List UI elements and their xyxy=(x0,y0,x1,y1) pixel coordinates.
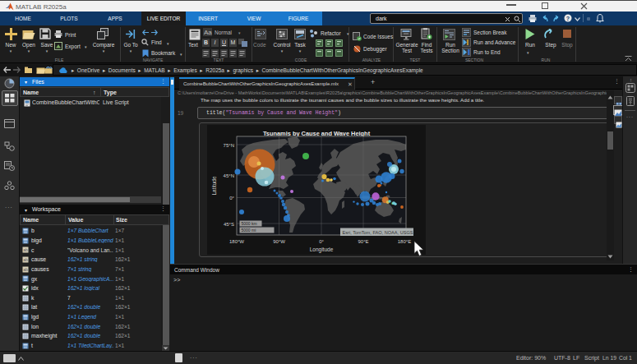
svg-text:0°: 0° xyxy=(229,196,234,200)
svg-text:Latitude: Latitude xyxy=(211,176,217,196)
svg-text:ab: ab xyxy=(23,267,28,272)
svg-text:ab: ab xyxy=(23,247,28,252)
svg-text:75°N: 75°N xyxy=(224,143,234,148)
svg-text:Aa: Aa xyxy=(204,29,212,36)
svg-text:5000 km: 5000 km xyxy=(242,221,257,226)
svg-text:ab: ab xyxy=(23,257,28,262)
svg-text:Longitude: Longitude xyxy=(310,247,334,253)
svg-text:Tsunamis by Cause and Wave Hei: Tsunamis by Cause and Wave Height xyxy=(263,130,371,137)
svg-text:45°S: 45°S xyxy=(224,222,234,227)
svg-text:180°W: 180°W xyxy=(229,239,244,244)
svg-text:90°W: 90°W xyxy=(273,239,285,244)
svg-text:5000 mi: 5000 mi xyxy=(242,228,256,233)
svg-text:180°E: 180°E xyxy=(398,239,411,244)
svg-text:?: ? xyxy=(566,16,570,21)
svg-text:45°N: 45°N xyxy=(224,173,234,178)
svg-text:0°: 0° xyxy=(319,239,324,244)
svg-text:Esri, TomTom, FAO, NOAA, USGS: Esri, TomTom, FAO, NOAA, USGS xyxy=(343,230,413,235)
svg-text:90°E: 90°E xyxy=(358,239,368,244)
